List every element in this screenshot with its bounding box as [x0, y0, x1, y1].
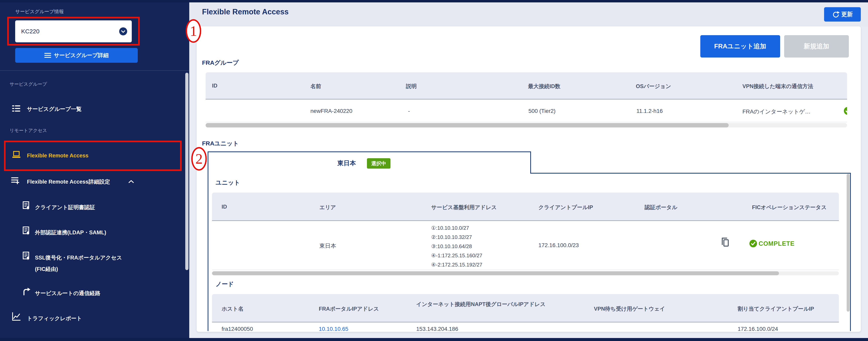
list-icon [11, 104, 21, 113]
annotation-box-service-group [7, 17, 140, 46]
sidebar-item-client-cert-auth[interactable]: クライアント証明書認証 [35, 204, 95, 211]
annotation-box-fra-menu [4, 141, 182, 171]
ssl-item-line1: SSL復号化・FRAポータルアクセス [35, 255, 122, 261]
fra-group-col-name: 名前 [310, 83, 321, 90]
tab-border-top [208, 151, 531, 152]
node-table-row-clipped: fra12400050 10.10.10.65 153.143.204.186 … [212, 323, 839, 332]
node-col-portal-ip: FRAポータルIPアドレス [319, 305, 379, 312]
page-header-band [189, 2, 868, 26]
unit-col-area: エリア [319, 204, 336, 211]
tab-border-right [530, 151, 531, 174]
fra-group-os-cell: 11.1.2-h16 [637, 108, 663, 114]
tab-east-japan[interactable]: 東日本 [337, 159, 356, 167]
tab-pane-border-right [850, 173, 851, 331]
service-group-detail-label: サービスグループ詳細 [54, 52, 108, 59]
list-plus-icon [11, 176, 20, 186]
fra-group-vpn-method-cell: FRAのインターネットゲ… [742, 108, 810, 115]
add-fra-unit-button[interactable]: FRAユニット追加 [700, 35, 780, 58]
route-arrow-icon [22, 287, 32, 296]
unit-hscrollbar-thumb[interactable] [212, 271, 779, 275]
fra-group-col-id: ID [212, 83, 217, 89]
unit-address-line: ④-1:172.25.15.160/27 [431, 251, 482, 260]
chevron-up-icon[interactable] [128, 180, 134, 183]
page-title: Flexible Remote Access [202, 8, 289, 16]
fra-group-col-vpn-method: VPN接続した端末の通信方法 [742, 83, 813, 90]
add-new-button-disabled: 新規追加 [784, 35, 849, 58]
sidebar-item-ssl-fra-portal[interactable]: SSL復号化・FRAポータルアクセス(FIC経由) [35, 252, 163, 275]
unit-address-line: ④-2:172.25.15.192/27 [431, 260, 482, 269]
unit-addresses-cell: ①:10.10.10.0/27 ②:10.10.10.32/27 ③:10.10… [431, 223, 482, 269]
fra-group-col-os: OSバージョン [636, 83, 671, 90]
unit-col-fic-status: FICオペレーションステータス [752, 204, 827, 211]
sidebar-item-fra-detail-settings[interactable]: Flexible Remote Access詳細設定 [27, 178, 110, 186]
fra-group-max-id-cell: 500 (Tier2) [528, 108, 556, 114]
unit-hscrollbar[interactable] [212, 271, 839, 275]
fra-group-hscrollbar[interactable] [206, 123, 847, 127]
annotation-step-2: 2 [191, 147, 207, 171]
service-group-info-label: サービスグループ情報 [15, 8, 64, 15]
fra-group-name-cell: newFRA-240220 [310, 108, 352, 114]
tab-pane-border-shelf [530, 173, 851, 174]
service-group-detail-button[interactable]: サービスグループ詳細 [15, 48, 138, 63]
refresh-icon [832, 10, 840, 18]
unit-fic-status-cell: COMPLETE [758, 240, 795, 247]
sidebar-item-service-group-list[interactable]: サービスグループ一覧 [27, 106, 82, 113]
fra-unit-section-title: FRAユニット [202, 139, 239, 148]
fra-group-col-max-id: 最大接続ID数 [528, 83, 560, 90]
unit-address-line: ①:10.10.10.0/27 [431, 223, 482, 232]
certificate-icon [22, 201, 31, 210]
sidebar-item-external-auth[interactable]: 外部認証連携(LDAP・SAML) [35, 229, 106, 236]
unit-col-service-addresses: サービス基盤利用アドレス [431, 204, 497, 211]
check-circle-icon [749, 239, 757, 248]
annotation-step-1: 1 [186, 19, 201, 43]
node-col-assigned-pool: 割り当てクライアントプールIP [738, 305, 814, 312]
node-napt-ip-cell: 153.143.204.186 [416, 326, 458, 332]
node-portal-ip-link[interactable]: 10.10.10.65 [319, 326, 348, 332]
certificate-icon [22, 226, 31, 236]
node-col-hostname: ホスト名 [222, 305, 244, 312]
chart-line-icon [11, 312, 21, 322]
menu-lines-icon [44, 52, 51, 58]
fra-group-hscrollbar-thumb[interactable] [206, 123, 728, 127]
top-navy-bar [0, 0, 868, 2]
sidebar-item-service-route[interactable]: サービスルートの通信経路 [35, 290, 100, 297]
unit-area-cell: 東日本 [319, 242, 336, 250]
sidebar-section-service-group: サービスグループ [9, 81, 47, 87]
sidebar-scrollbar[interactable] [185, 73, 188, 270]
node-col-napt-global-ip: インターネット接続用NAPT後グローバルIPアドレス [416, 300, 592, 308]
unit-table-header [212, 193, 839, 221]
fra-group-section-title: FRAグループ [202, 59, 239, 67]
sidebar-item-traffic-report[interactable]: トラフィックレポート [27, 315, 82, 322]
bottom-navy-bar [0, 338, 868, 341]
refresh-label: 更新 [841, 10, 853, 18]
tab-pane-border-left [208, 151, 209, 331]
ssl-item-line2: (FIC経由) [35, 266, 58, 272]
fra-group-desc-cell: - [408, 108, 410, 114]
unit-col-auth-portal: 認証ポータル [645, 204, 677, 211]
unit-table-row [212, 222, 839, 270]
copy-icon[interactable] [720, 236, 730, 248]
unit-col-client-pool-ip: クライアントプールIP [538, 204, 593, 211]
node-client-pool-cell: 172.16.100.0/24 [738, 326, 778, 332]
certificate-icon [22, 251, 31, 261]
unit-col-id: ID [222, 204, 227, 210]
node-hostname-cell: fra12400050 [222, 326, 253, 332]
unit-address-line: ③:10.10.10.64/28 [431, 242, 482, 251]
tab-pane-vscrollbar[interactable] [847, 174, 849, 312]
node-section-title: ノード [216, 280, 234, 288]
selected-badge: 選択中 [367, 158, 391, 169]
fra-group-status-icon-clipped [843, 107, 847, 116]
fra-group-col-desc: 説明 [406, 83, 416, 90]
unit-section-title: ユニット [216, 178, 240, 187]
sidebar-section-remote-access: リモートアクセス [9, 127, 47, 134]
unit-address-line: ②:10.10.10.32/27 [431, 232, 482, 242]
node-col-vpn-gateway: VPN待ち受け用ゲートウェイ [594, 305, 665, 312]
sidebar-divider [0, 70, 189, 71]
refresh-button[interactable]: 更新 [824, 7, 861, 22]
unit-client-pool-cell: 172.16.100.0/23 [538, 242, 579, 249]
